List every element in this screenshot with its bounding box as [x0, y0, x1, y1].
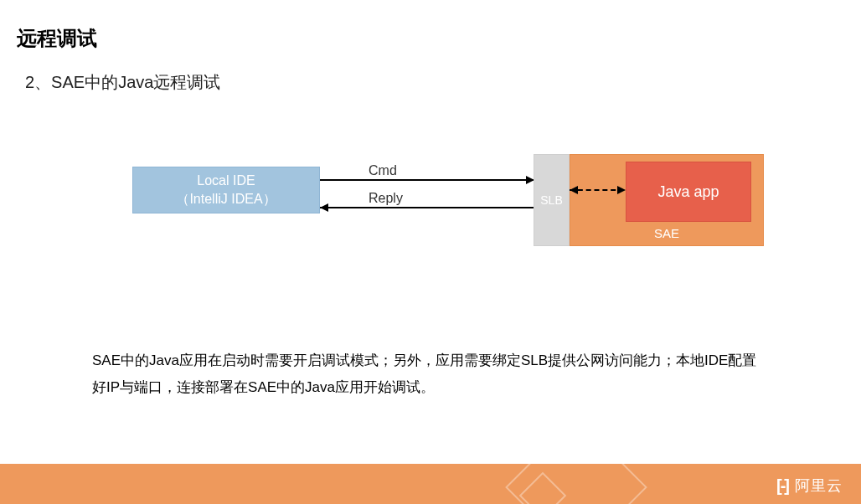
- brand-logo: [-] 阿里云: [776, 476, 843, 496]
- slb-java-arrow-right: [617, 186, 626, 194]
- reply-arrow-head: [320, 203, 328, 212]
- footer-bar: [-] 阿里云: [0, 464, 861, 504]
- slb-box: SLB: [534, 154, 570, 246]
- page-title: 远程调试: [17, 25, 97, 52]
- java-app-label: Java app: [657, 183, 719, 201]
- sub-title: 2、SAE中的Java远程调试: [25, 71, 220, 94]
- ide-line2: （IntelliJ IDEA）: [176, 190, 276, 208]
- description: SAE中的Java应用在启动时需要开启调试模式；另外，应用需要绑定SLB提供公网…: [92, 347, 769, 402]
- slb-label: SLB: [540, 193, 562, 207]
- local-ide-box: Local IDE （IntelliJ IDEA）: [132, 167, 320, 213]
- brand-text: 阿里云: [795, 476, 843, 496]
- sae-label: SAE: [654, 226, 679, 240]
- brand-bracket-icon: [-]: [776, 476, 788, 496]
- java-app-box: Java app: [626, 162, 751, 222]
- sae-box: Java app SAE: [570, 154, 764, 246]
- cmd-label: Cmd: [369, 163, 397, 178]
- cmd-arrow-line: [320, 179, 534, 181]
- ide-line1: Local IDE: [197, 172, 255, 190]
- slb-java-arrow-left: [570, 186, 578, 194]
- reply-label: Reply: [369, 191, 403, 206]
- reply-arrow-line: [320, 207, 534, 208]
